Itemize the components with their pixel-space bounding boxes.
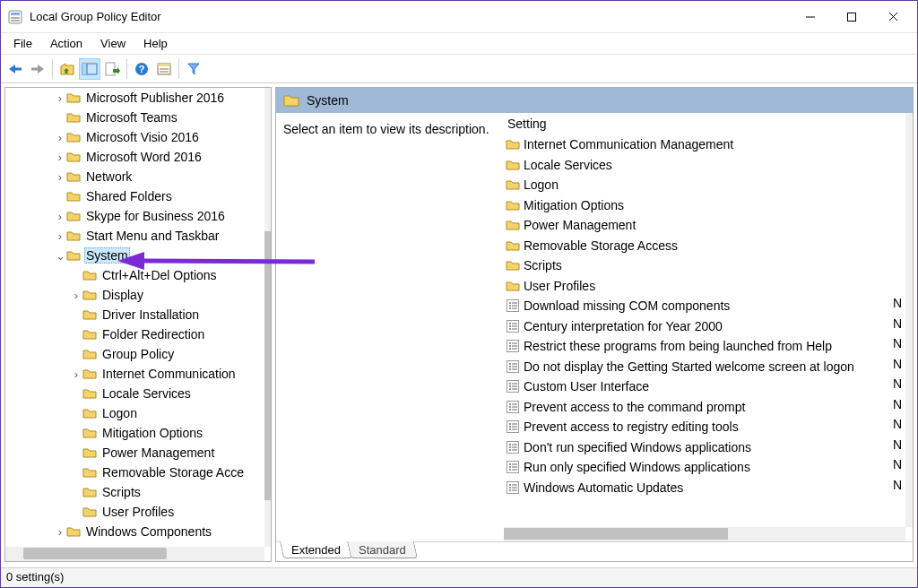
menu-file[interactable]: File	[4, 35, 41, 52]
list-row[interactable]: Custom User Interface	[504, 376, 905, 397]
maximize-button[interactable]	[831, 4, 872, 30]
folder-icon	[66, 209, 81, 223]
show-hide-tree-button[interactable]	[79, 58, 100, 80]
up-one-level-button[interactable]	[56, 58, 78, 80]
app-icon	[8, 10, 22, 24]
tree-item[interactable]: ›Network	[5, 167, 264, 186]
tree-item[interactable]: ›Internet Communication	[5, 364, 264, 384]
list-row[interactable]: User Profiles	[504, 276, 905, 297]
tree-item[interactable]: Mitigation Options	[5, 423, 264, 443]
column-setting[interactable]: Setting	[504, 113, 913, 134]
tree-item-label: Internet Communication	[100, 367, 238, 381]
list-horizontal-scrollbar[interactable]	[504, 527, 905, 541]
tree-item[interactable]: ⌄System	[5, 246, 264, 265]
titlebar: Local Group Policy Editor	[1, 1, 917, 33]
menu-view[interactable]: View	[91, 35, 134, 52]
tree-item[interactable]: Group Policy	[5, 344, 264, 364]
list-row[interactable]: Century interpretation for Year 2000	[504, 316, 905, 337]
tree-item[interactable]: Scripts	[5, 482, 264, 502]
menu-action[interactable]: Action	[41, 35, 91, 52]
tree-item[interactable]: ›Display	[5, 285, 264, 305]
list-row[interactable]: Download missing COM components	[504, 296, 905, 316]
tree-item[interactable]: Ctrl+Alt+Del Options	[5, 265, 264, 285]
list-item-state: N	[893, 336, 904, 357]
tree-item[interactable]: Removable Storage Acce	[5, 463, 264, 482]
expand-collapse-icon[interactable]: ›	[54, 151, 66, 164]
close-button[interactable]	[872, 4, 914, 30]
export-list-button[interactable]	[101, 58, 123, 80]
expand-collapse-icon[interactable]: ›	[54, 210, 66, 223]
tree-item[interactable]: Logon	[5, 403, 264, 423]
expand-collapse-icon[interactable]: ›	[54, 229, 66, 243]
list-body[interactable]: Internet Communication ManagementLocale …	[504, 134, 905, 525]
list-item-label: Removable Storage Access	[524, 238, 678, 253]
tree-item[interactable]: ›Microsoft Word 2016	[5, 147, 264, 167]
svg-point-77	[509, 463, 511, 465]
policy-settings-button[interactable]	[153, 58, 175, 80]
list-row[interactable]: Run only specified Windows applications	[504, 457, 905, 478]
expand-collapse-icon[interactable]: ⌄	[54, 249, 66, 263]
list-row[interactable]: Windows Automatic Updates	[504, 478, 905, 498]
tree-item[interactable]: Microsoft Teams	[5, 108, 264, 127]
menu-help[interactable]: Help	[134, 35, 177, 52]
forward-button[interactable]	[27, 58, 48, 80]
expand-collapse-icon[interactable]: ›	[54, 91, 66, 105]
list-item-state: N	[893, 457, 904, 478]
policy-icon	[506, 480, 520, 495]
back-button[interactable]	[4, 58, 26, 80]
svg-rect-1	[11, 13, 20, 15]
folder-icon	[506, 137, 520, 151]
list-row[interactable]: Prevent access to the command prompt	[504, 397, 905, 418]
tree-item[interactable]: Folder Redirection	[5, 324, 264, 344]
tree-item-label: User Profiles	[100, 505, 176, 519]
tree-item[interactable]: Shared Folders	[5, 186, 264, 206]
tree-item[interactable]: Driver Installation	[5, 305, 264, 324]
expand-collapse-icon[interactable]: ›	[54, 131, 66, 144]
list-item-label: Scripts	[524, 258, 562, 272]
tree-item-label: Mitigation Options	[100, 426, 204, 440]
tree-item[interactable]: User Profiles	[5, 502, 264, 522]
svg-point-30	[509, 328, 511, 330]
list-row[interactable]: Restrict these programs from being launc…	[504, 336, 905, 357]
status-bar: 0 setting(s)	[1, 567, 917, 587]
folder-icon	[82, 347, 97, 361]
svg-point-72	[509, 449, 511, 451]
expand-collapse-icon[interactable]: ›	[54, 170, 66, 184]
list-row[interactable]: Scripts	[504, 255, 905, 276]
tree-item[interactable]: ›Microsoft Publisher 2016	[5, 88, 264, 108]
tree-item[interactable]: ›Windows Components	[5, 522, 264, 541]
folder-icon	[66, 130, 81, 144]
list-row[interactable]: Don't run specified Windows applications	[504, 437, 905, 458]
list-row[interactable]: Prevent access to registry editing tools	[504, 417, 905, 437]
tree-item[interactable]: ›Start Menu and Taskbar	[5, 226, 264, 246]
minimize-button[interactable]	[790, 4, 831, 30]
list-row[interactable]: Internet Communication Management	[504, 134, 905, 155]
list-row[interactable]: Mitigation Options	[504, 195, 905, 216]
list-row[interactable]: Do not display the Getting Started welco…	[504, 357, 905, 377]
folder-icon	[82, 327, 97, 342]
tree-item-label: Group Policy	[100, 347, 176, 361]
expand-collapse-icon[interactable]: ›	[54, 525, 66, 539]
list-row[interactable]: Locale Services	[504, 155, 905, 176]
expand-collapse-icon[interactable]: ›	[70, 368, 82, 381]
svg-point-43	[509, 366, 511, 368]
list-row[interactable]: Power Management	[504, 215, 905, 236]
list-row[interactable]: Removable Storage Access	[504, 236, 905, 256]
expand-collapse-icon[interactable]: ›	[70, 289, 82, 302]
tab-extended[interactable]: Extended	[280, 541, 352, 558]
help-button[interactable]: ?	[131, 58, 152, 80]
tree-view[interactable]: ›Microsoft Publisher 2016Microsoft Teams…	[5, 88, 264, 547]
list-row[interactable]: Logon	[504, 175, 905, 195]
tab-standard[interactable]: Standard	[347, 541, 418, 558]
tree-horizontal-scrollbar[interactable]	[5, 547, 264, 561]
tree-item[interactable]: Power Management	[5, 443, 264, 463]
tree-item[interactable]: ›Microsoft Visio 2016	[5, 127, 264, 147]
tree-item[interactable]: ›Skype for Business 2016	[5, 206, 264, 226]
list-vertical-scrollbar[interactable]	[905, 113, 913, 527]
tree-vertical-scrollbar[interactable]	[264, 88, 271, 547]
tree-item-label: Power Management	[100, 445, 216, 460]
tree-item[interactable]: Locale Services	[5, 384, 264, 403]
filter-button[interactable]	[183, 58, 204, 80]
window-title: Local Group Policy Editor	[30, 10, 790, 23]
svg-point-44	[509, 368, 511, 370]
